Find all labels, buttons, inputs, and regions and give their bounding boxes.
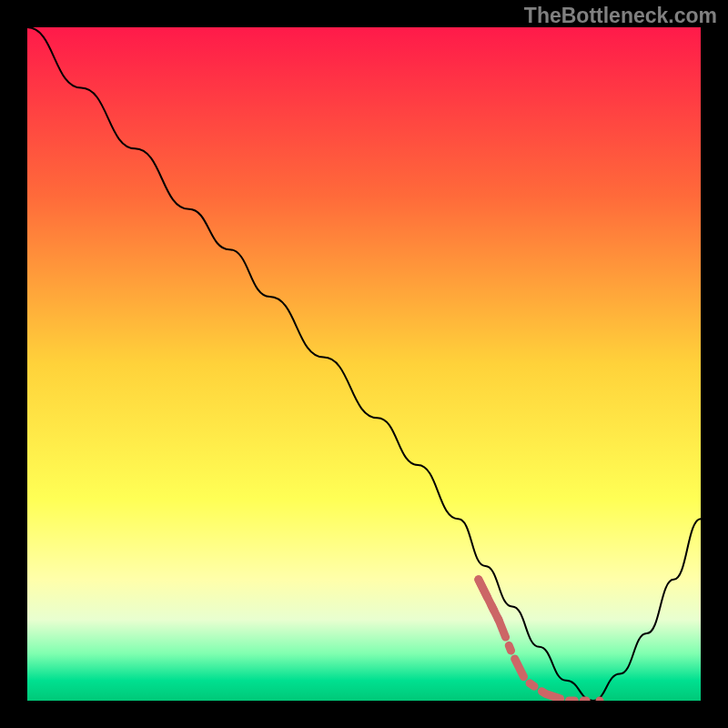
- gradient-background: [27, 27, 701, 701]
- watermark-text: TheBottleneck.com: [524, 4, 717, 28]
- chart-svg: [27, 27, 701, 701]
- chart-container: TheBottleneck.com: [0, 0, 728, 728]
- plot-area: [27, 27, 701, 701]
